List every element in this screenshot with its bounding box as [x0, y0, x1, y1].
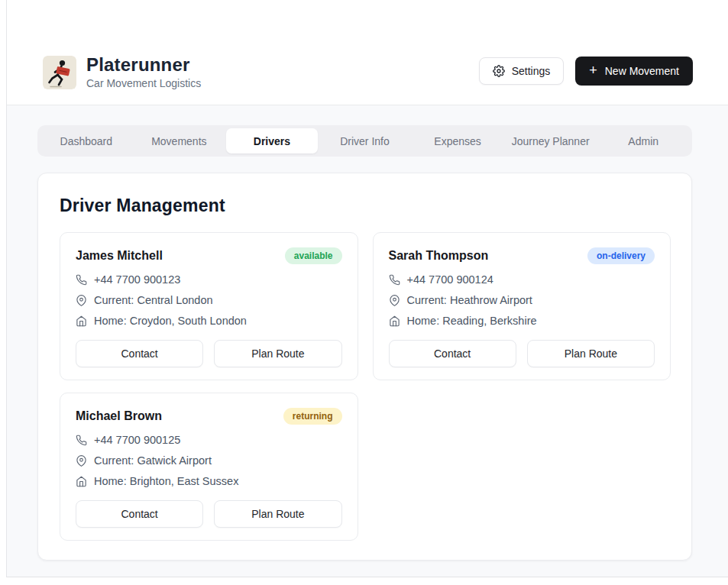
tab-label: Drivers	[254, 135, 290, 147]
driver-home-location-line: Home: Reading, Berkshire	[389, 315, 655, 327]
home-icon	[389, 315, 400, 327]
driver-home-location: Home: Brighton, East Sussex	[94, 475, 238, 487]
driver-current-location: Current: Gatwick Airport	[94, 454, 212, 467]
driver-card: Michael Brown returning +44 7700 900125 …	[60, 393, 358, 541]
contact-button[interactable]: Contact	[76, 340, 203, 367]
map-pin-icon	[76, 295, 87, 306]
driver-home-location: Home: Croydon, South London	[94, 315, 247, 327]
contact-button[interactable]: Contact	[76, 500, 203, 528]
app-header: Platerunner Car Movement Logistics Setti…	[7, 0, 728, 105]
plan-route-button[interactable]: Plan Route	[527, 340, 655, 367]
driver-card-header: Michael Brown returning	[76, 408, 342, 425]
driver-card: Sarah Thompson on-delivery +44 7700 9001…	[373, 232, 671, 380]
app-title: Platerunner	[86, 55, 201, 74]
driver-phone-line: +44 7700 900123	[76, 273, 342, 286]
driver-home-location-line: Home: Brighton, East Sussex	[76, 475, 342, 487]
tab-label: Driver Info	[340, 135, 390, 147]
tab-label: Movements	[151, 135, 206, 147]
driver-name: Michael Brown	[76, 409, 162, 423]
driver-card-actions: Contact Plan Route	[76, 500, 342, 528]
tab-bar: Dashboard Movements Drivers Driver Info …	[37, 125, 692, 157]
running-courier-with-plate-icon	[43, 56, 76, 89]
phone-icon	[76, 435, 87, 446]
driver-current-location-line: Current: Gatwick Airport	[76, 454, 342, 467]
driver-card-header: Sarah Thompson on-delivery	[389, 247, 655, 264]
tab-journey-planner[interactable]: Journey Planner	[505, 128, 597, 154]
driver-phone: +44 7700 900124	[407, 273, 493, 286]
browser-viewport: Platerunner Car Movement Logistics Setti…	[0, 0, 728, 585]
phone-icon	[389, 274, 400, 286]
new-movement-button-label: New Movement	[605, 65, 679, 77]
driver-current-location: Current: Central London	[94, 294, 213, 306]
app-subtitle: Car Movement Logistics	[86, 77, 201, 89]
driver-card-header: James Mitchell available	[76, 247, 342, 264]
driver-phone: +44 7700 900123	[94, 273, 180, 286]
driver-card: James Mitchell available +44 7700 900123…	[60, 232, 358, 380]
driver-phone: +44 7700 900125	[94, 434, 180, 446]
driver-current-location: Current: Heathrow Airport	[407, 294, 532, 306]
tab-movements[interactable]: Movements	[134, 128, 225, 154]
brand-text: Platerunner Car Movement Logistics	[86, 55, 201, 89]
plan-route-button[interactable]: Plan Route	[214, 340, 341, 367]
home-icon	[76, 315, 87, 327]
driver-name: Sarah Thompson	[389, 249, 489, 263]
phone-icon	[76, 274, 87, 286]
driver-grid: James Mitchell available +44 7700 900123…	[60, 232, 671, 541]
map-pin-icon	[76, 455, 87, 467]
tab-admin[interactable]: Admin	[597, 128, 689, 154]
driver-phone-line: +44 7700 900125	[76, 434, 342, 446]
app-window: Platerunner Car Movement Logistics Setti…	[6, 0, 728, 577]
tab-dashboard[interactable]: Dashboard	[40, 128, 132, 154]
driver-name: James Mitchell	[76, 249, 163, 263]
page-title: Driver Management	[60, 196, 671, 216]
status-badge: returning	[283, 408, 342, 425]
settings-button[interactable]: Settings	[479, 57, 565, 85]
tab-label: Dashboard	[60, 135, 113, 147]
contact-button[interactable]: Contact	[389, 340, 516, 367]
tab-driver-info[interactable]: Driver Info	[319, 128, 411, 154]
driver-home-location-line: Home: Croydon, South London	[76, 315, 342, 327]
driver-home-location: Home: Reading, Berkshire	[407, 315, 537, 327]
map-pin-icon	[389, 295, 400, 306]
brand: Platerunner Car Movement Logistics	[43, 55, 201, 89]
driver-card-actions: Contact Plan Route	[76, 340, 342, 367]
page-body: Dashboard Movements Drivers Driver Info …	[7, 105, 728, 577]
tab-label: Admin	[628, 135, 658, 147]
plan-route-button[interactable]: Plan Route	[214, 500, 341, 528]
settings-button-label: Settings	[512, 65, 551, 77]
driver-card-actions: Contact Plan Route	[389, 340, 655, 367]
status-badge: on-delivery	[587, 247, 655, 264]
gear-icon	[493, 65, 505, 77]
driver-phone-line: +44 7700 900124	[389, 273, 655, 286]
tab-drivers[interactable]: Drivers	[226, 128, 318, 154]
home-icon	[76, 476, 87, 487]
new-movement-button[interactable]: + New Movement	[575, 57, 693, 86]
tab-label: Journey Planner	[512, 135, 590, 147]
driver-current-location-line: Current: Heathrow Airport	[389, 294, 655, 306]
header-actions: Settings + New Movement	[479, 57, 693, 86]
tab-label: Expenses	[434, 135, 480, 147]
driver-current-location-line: Current: Central London	[76, 294, 342, 306]
tab-expenses[interactable]: Expenses	[412, 128, 503, 154]
status-badge: available	[285, 247, 342, 264]
plus-icon: +	[589, 63, 597, 77]
driver-management-panel: Driver Management James Mitchell availab…	[37, 173, 692, 561]
